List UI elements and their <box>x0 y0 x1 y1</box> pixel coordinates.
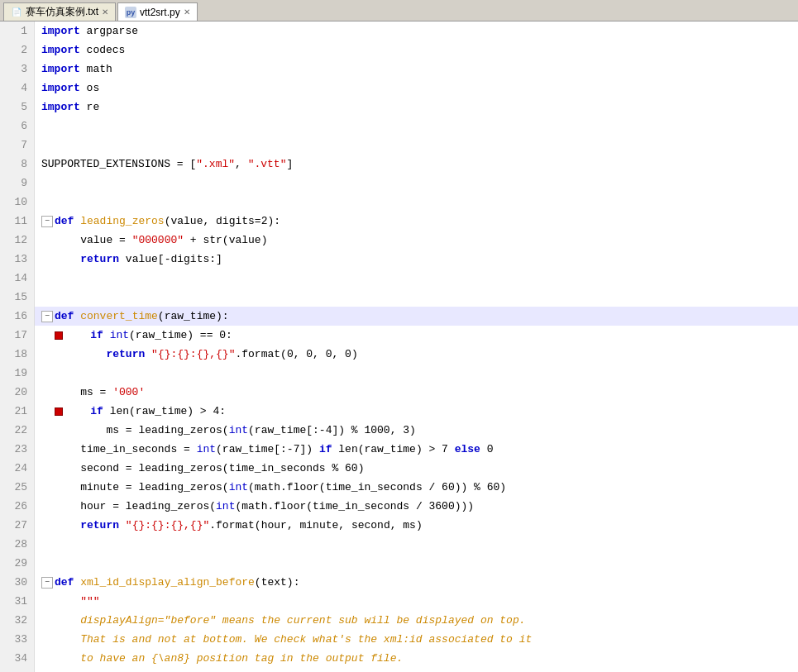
ln-14: 14 <box>7 269 27 288</box>
code-line-18: return "{}:{}:{},{}" .format(0, 0, 0, 0) <box>35 345 798 364</box>
tab-py-close[interactable]: ✕ <box>184 7 190 17</box>
ln-12: 12 <box>7 231 27 250</box>
code-30-params: (text): <box>255 573 300 592</box>
kw-def-11: def <box>55 212 74 231</box>
code-11-space <box>74 212 80 231</box>
ln-9: 9 <box>7 174 27 193</box>
code-25-indent: minute = leading_zeros( <box>55 478 229 497</box>
kw-return-27: return <box>80 516 119 535</box>
tab-txt[interactable]: 📄 赛车仿真案例.txt ✕ <box>3 2 116 21</box>
code-line-31: """ <box>35 592 798 611</box>
kw-if-17: if <box>90 326 103 345</box>
kw-return-18: return <box>106 345 145 364</box>
ln-29: 29 <box>7 554 27 573</box>
code-line-13: return value[-digits:] <box>35 250 798 269</box>
main-window: 📄 赛车仿真案例.txt ✕ py vtt2srt.py ✕ 1 2 3 4 5… <box>0 0 798 672</box>
kw-else-23: else <box>455 440 480 459</box>
kw-return-13: return <box>80 250 119 269</box>
kw-import-2: import <box>41 41 80 60</box>
code-line-2: import codecs <box>35 41 798 60</box>
code-21-rest: len(raw_time) > 4: <box>103 402 226 421</box>
code-33-comment: That is and not at bottom. We check what… <box>55 630 532 649</box>
code-line-6 <box>35 117 798 136</box>
code-4-mod: os <box>80 79 99 98</box>
code-line-20: ms = '000' <box>35 383 798 402</box>
line-numbers: 1 2 3 4 5 6 7 8 9 10 11 12 13 14 15 16 1… <box>0 21 35 672</box>
ln-17: 17 <box>7 326 27 345</box>
kw-import-3: import <box>41 60 80 79</box>
ln-25: 25 <box>7 478 27 497</box>
tab-txt-close[interactable]: ✕ <box>102 7 108 17</box>
fold-11[interactable]: − <box>41 216 53 227</box>
code-line-16: − def convert_time (raw_time): <box>35 307 798 326</box>
code-line-24: second = leading_zeros(time_in_seconds %… <box>35 459 798 478</box>
ln-2: 2 <box>7 41 27 60</box>
code-line-9 <box>35 174 798 193</box>
builtin-int-23: int <box>197 440 216 459</box>
kw-if-23: if <box>319 440 332 459</box>
code-13-indent <box>55 250 80 269</box>
builtin-int-22: int <box>229 421 248 440</box>
kw-import-4: import <box>41 79 80 98</box>
tab-py-label: vtt2srt.py <box>140 7 180 18</box>
kw-if-21: if <box>90 402 103 421</box>
code-line-3: import math <box>35 60 798 79</box>
kw-def-16: def <box>55 307 74 326</box>
code-line-17: if int (raw_time) == 0: <box>35 326 798 345</box>
error-marker-17 <box>55 331 63 340</box>
code-30-space <box>74 573 80 592</box>
code-20-str: '000' <box>112 383 145 402</box>
code-23-mid: len(raw_time) > 7 <box>332 440 454 459</box>
code-12-rest: + str(value) <box>184 231 267 250</box>
code-2-mod: codecs <box>80 41 126 60</box>
code-line-11: − def leading_zeros (value, digits=2): <box>35 212 798 231</box>
fn-leading-zeros: leading_zeros <box>80 212 164 231</box>
code-17-rest: (raw_time) == 0: <box>129 326 232 345</box>
code-27-rest: .format(hour, minute, second, ms) <box>209 516 422 535</box>
code-5-mod: re <box>80 98 99 117</box>
code-8-str2: ".vtt" <box>248 155 287 174</box>
code-line-8: SUPPORTED_EXTENSIONS = [ ".xml" , ".vtt"… <box>35 155 798 174</box>
ln-23: 23 <box>7 440 27 459</box>
error-marker-21 <box>55 407 63 416</box>
ln-1: 1 <box>7 21 27 41</box>
code-32-comment: displayAlign="before" means the current … <box>55 611 526 630</box>
ln-6: 6 <box>7 117 27 136</box>
code-line-15 <box>35 288 798 307</box>
code-line-1: import argparse <box>35 21 798 41</box>
code-area: 1 2 3 4 5 6 7 8 9 10 11 12 13 14 15 16 1… <box>0 21 798 672</box>
code-26-rest: (math.floor(time_in_seconds / 3600))) <box>235 497 474 516</box>
code-11-params: (value, digits=2): <box>165 212 280 231</box>
code-26-indent: hour = leading_zeros( <box>55 497 216 516</box>
code-31-docstring: """ <box>55 592 100 611</box>
code-3-mod: math <box>80 60 112 79</box>
builtin-int-17: int <box>110 326 129 345</box>
ln-4: 4 <box>7 79 27 98</box>
fold-30[interactable]: − <box>41 577 53 589</box>
code-line-28 <box>35 535 798 554</box>
code-21-indent <box>65 402 90 421</box>
code-line-29 <box>35 554 798 573</box>
code-line-32: displayAlign="before" means the current … <box>35 611 798 630</box>
code-1-mod: argparse <box>80 21 138 41</box>
ln-33: 33 <box>7 630 27 649</box>
ln-24: 24 <box>7 459 27 478</box>
tab-txt-label: 赛车仿真案例.txt <box>26 5 98 19</box>
ln-16: 16 <box>7 307 27 326</box>
code-12-body: value = <box>55 231 132 250</box>
fold-16[interactable]: − <box>41 311 53 322</box>
ln-22: 22 <box>7 421 27 440</box>
txt-icon: 📄 <box>11 7 22 18</box>
kw-import-5: import <box>41 98 80 117</box>
kw-import-1: import <box>41 21 80 41</box>
ln-27: 27 <box>7 516 27 535</box>
code-23-rest: (raw_time[:-7]) <box>216 440 319 459</box>
code-27-indent <box>55 516 80 535</box>
ln-15: 15 <box>7 288 27 307</box>
kw-def-30: def <box>55 573 74 592</box>
code-23-indent: time_in_seconds = <box>55 440 197 459</box>
code-content[interactable]: import argparse import codecs import mat… <box>35 21 798 672</box>
ln-11: 11 <box>7 212 27 231</box>
code-16-space <box>74 307 80 326</box>
tab-py[interactable]: py vtt2srt.py ✕ <box>117 2 198 21</box>
